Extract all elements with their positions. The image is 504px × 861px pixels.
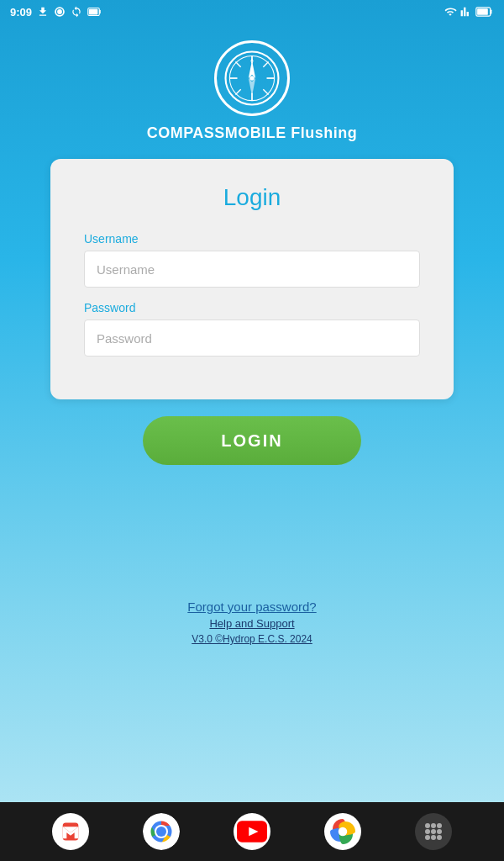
svg-point-34 [431,829,436,834]
login-button[interactable]: LOGIN [143,416,361,465]
links-area: Forgot your password? Help and Support V… [187,600,316,645]
svg-marker-18 [249,78,255,96]
username-label: Username [84,232,420,246]
svg-point-30 [425,823,430,828]
bottom-nav [0,802,504,861]
logo-circle [214,40,290,116]
svg-line-16 [235,89,240,94]
svg-point-33 [425,829,430,834]
youtube-icon [237,820,267,843]
more-apps-icon [421,819,446,844]
battery-icon [475,6,494,18]
svg-point-31 [431,823,436,828]
svg-marker-17 [249,61,255,78]
svg-point-38 [437,835,442,840]
forgot-password-link[interactable]: Forgot your password? [187,600,316,614]
svg-point-36 [425,835,430,840]
chrome-icon [143,813,180,850]
svg-rect-3 [99,10,101,14]
password-input[interactable] [84,320,420,357]
svg-point-32 [437,823,442,828]
battery-status-icon [87,6,102,18]
svg-point-37 [431,835,436,840]
svg-point-25 [156,827,166,837]
compass-logo [223,49,281,108]
help-support-link[interactable]: Help and Support [209,617,294,630]
download-icon [37,6,49,18]
app-title: COMPASSMOBILE Flushing [147,124,358,142]
nav-chrome[interactable] [143,813,180,850]
svg-rect-2 [89,9,98,15]
location-icon [54,6,66,18]
nav-gmail[interactable] [52,813,89,850]
status-bar: 9:09 [0,0,504,24]
password-label: Password [84,301,420,314]
status-right [444,6,494,18]
svg-point-19 [249,76,255,81]
nav-youtube[interactable] [234,813,270,850]
svg-rect-6 [491,9,492,13]
svg-point-0 [57,9,62,14]
main-content: COMPASSMOBILE Flushing Login Username Pa… [0,24,504,802]
svg-point-35 [437,829,442,834]
time-display: 9:09 [10,6,32,18]
nav-photos[interactable] [324,813,361,850]
svg-line-13 [235,61,240,66]
svg-point-29 [339,827,348,837]
status-left: 9:09 [10,6,102,18]
version-text: V3.0 ©Hydrop E.C.S. 2024 [192,633,312,645]
sync-icon [71,6,82,18]
username-input[interactable] [84,251,420,288]
svg-line-14 [263,89,268,94]
nav-more[interactable] [415,813,452,850]
login-card: Login Username Password [50,159,454,399]
svg-line-15 [263,61,268,66]
gmail-icon [59,820,82,843]
signal-icon [460,6,472,18]
photos-icon [328,816,358,847]
logo-area: COMPASSMOBILE Flushing [147,40,358,142]
svg-rect-5 [477,8,488,15]
login-title: Login [84,184,420,211]
wifi-icon [444,6,457,18]
